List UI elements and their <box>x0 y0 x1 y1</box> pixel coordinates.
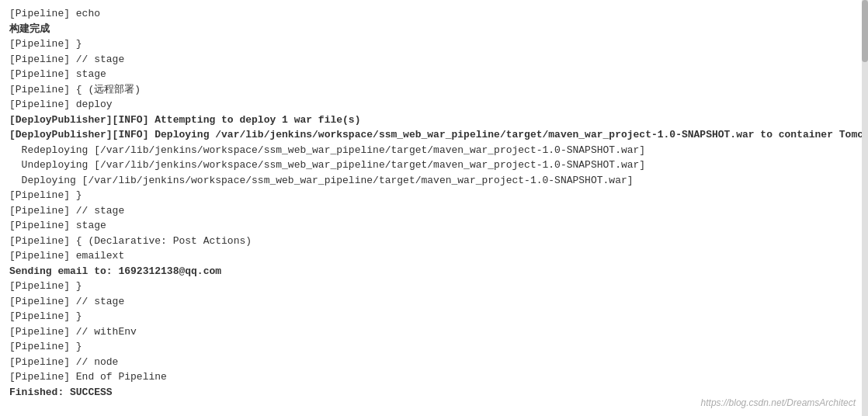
scrollbar[interactable] <box>862 0 868 416</box>
console-line: [Pipeline] emailext <box>9 248 859 264</box>
console-line: [Pipeline] } <box>9 279 859 294</box>
console-line: [Pipeline] } <box>9 36 859 52</box>
console-line: 构建完成 <box>9 22 859 37</box>
console-line: [DeployPublisher][INFO] Deploying /var/l… <box>9 127 859 143</box>
console-line: [Pipeline] stage <box>9 67 859 82</box>
console-line: Sending email to: 1692312138@qq.com <box>9 264 859 279</box>
console-line: [Pipeline] { (远程部署) <box>9 82 859 98</box>
console-line: Deploying [/var/lib/jenkins/workspace/ss… <box>9 173 859 189</box>
console-line: [Pipeline] End of Pipeline <box>9 369 859 385</box>
console-line: Redeploying [/var/lib/jenkins/workspace/… <box>9 143 859 158</box>
watermark: https://blog.csdn.net/DreamsArchitect <box>701 397 856 408</box>
console-line: [Pipeline] // stage <box>9 203 859 219</box>
console-line: Undeploying [/var/lib/jenkins/workspace/… <box>9 158 859 173</box>
console-line: [Pipeline] // node <box>9 355 859 370</box>
console-line: [Pipeline] } <box>9 339 859 355</box>
console-line: [Pipeline] // stage <box>9 294 859 310</box>
console-line: [Pipeline] } <box>9 188 859 203</box>
console-line: [Pipeline] // stage <box>9 52 859 68</box>
console-line: [Pipeline] stage <box>9 218 859 234</box>
console-line: [DeployPublisher][INFO] Attempting to de… <box>9 113 859 128</box>
console-line: [Pipeline] // withEnv <box>9 324 859 340</box>
console-line: [Pipeline] deploy <box>9 97 859 113</box>
console-output: [Pipeline] echo构建完成[Pipeline] }[Pipeline… <box>0 0 868 416</box>
console-line: [Pipeline] { (Declarative: Post Actions) <box>9 234 859 249</box>
console-line: [Pipeline] } <box>9 309 859 324</box>
console-line: [Pipeline] echo <box>9 6 859 22</box>
scrollbar-thumb[interactable] <box>862 0 868 62</box>
